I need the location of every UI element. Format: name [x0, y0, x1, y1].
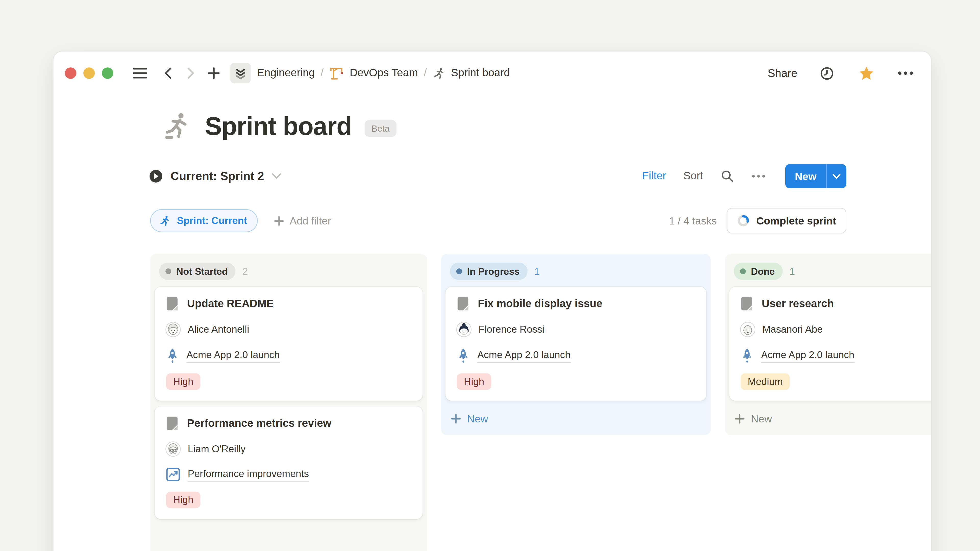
new-page-icon[interactable] — [204, 63, 224, 83]
close-window-icon[interactable] — [65, 67, 76, 79]
page-icon — [166, 297, 179, 311]
card-project-link[interactable]: Acme App 2.0 launch — [761, 349, 854, 362]
status-dot — [456, 268, 462, 274]
updates-clock-icon[interactable] — [816, 63, 837, 83]
column-count: 1 — [789, 265, 795, 277]
sprint-progress: 1 / 4 tasks Complete sprint — [669, 208, 846, 233]
topbar: Engineering / DevOps Team / Sprint board — [53, 52, 931, 90]
search-icon[interactable] — [721, 169, 735, 183]
zoom-window-icon[interactable] — [102, 67, 113, 79]
task-card[interactable]: Fix mobile display issue Florence Rossi — [445, 287, 706, 401]
breadcrumb-label: Engineering — [257, 67, 315, 79]
topbar-actions: Share — [768, 63, 916, 83]
back-icon[interactable] — [158, 63, 178, 83]
add-card-label: New — [751, 413, 772, 425]
add-filter-button[interactable]: Add filter — [274, 215, 331, 227]
beta-badge: Beta — [364, 120, 397, 137]
status-badge: In Progress — [450, 263, 527, 280]
status-label: Not Started — [177, 266, 228, 276]
page-runner-icon[interactable] — [163, 111, 192, 141]
minimize-window-icon[interactable] — [83, 67, 95, 79]
column-header[interactable]: In Progress 1 — [441, 254, 711, 287]
view-switcher[interactable]: Current: Sprint 2 — [149, 169, 281, 183]
teamspace-layers-icon[interactable] — [231, 63, 251, 83]
page-icon — [741, 297, 753, 311]
chevron-down-icon — [272, 173, 281, 179]
add-card-button[interactable]: New — [441, 407, 711, 435]
page-title[interactable]: Sprint board — [205, 112, 352, 140]
progress-donut-icon — [737, 214, 750, 227]
column-not-started: Not Started 2 Update README — [150, 254, 427, 551]
more-options-icon[interactable] — [895, 63, 916, 83]
breadcrumb-separator: / — [424, 67, 427, 79]
column-count: 2 — [242, 265, 248, 277]
kanban-board: Not Started 2 Update README — [150, 254, 931, 551]
sort-button[interactable]: Sort — [683, 170, 703, 183]
card-title: Performance metrics review — [187, 417, 331, 430]
view-toolbar: Current: Sprint 2 Filter Sort New — [149, 164, 846, 189]
column-header[interactable]: Done 1 — [725, 254, 931, 287]
page-icon — [166, 416, 179, 430]
complete-sprint-label: Complete sprint — [756, 215, 836, 227]
new-task-label: New — [785, 170, 826, 182]
app-window: Engineering / DevOps Team / Sprint board — [53, 52, 931, 551]
breadcrumb-item-devops-team[interactable]: DevOps Team — [329, 65, 418, 81]
card-assignee: Liam O'Reilly — [188, 443, 245, 455]
card-assignee: Alice Antonelli — [188, 324, 249, 335]
toolbar-actions: Filter Sort New — [642, 164, 846, 188]
card-title: Update README — [187, 297, 274, 310]
add-card-label: New — [467, 413, 488, 425]
sidebar-menu-icon[interactable] — [130, 63, 150, 83]
card-list: User research Masanori Abe — [725, 287, 931, 401]
add-filter-label: Add filter — [290, 215, 331, 227]
complete-sprint-button[interactable]: Complete sprint — [727, 208, 846, 233]
view-label: Current: Sprint 2 — [170, 169, 264, 183]
share-button[interactable]: Share — [768, 67, 797, 80]
plus-icon — [451, 414, 461, 424]
status-badge: Done — [734, 263, 783, 280]
runner-icon-blue — [159, 215, 171, 227]
screen: Engineering / DevOps Team / Sprint board — [0, 0, 980, 551]
priority-badge: High — [457, 373, 491, 390]
column-header[interactable]: Not Started 2 — [150, 254, 427, 287]
column-done: Done 1 User research — [725, 254, 931, 435]
task-card[interactable]: Update README Alice Antonelli — [155, 287, 423, 401]
card-project-link[interactable]: Acme App 2.0 launch — [186, 349, 280, 362]
forward-icon[interactable] — [181, 63, 201, 83]
breadcrumb: Engineering / DevOps Team / Sprint board — [257, 65, 510, 81]
card-project-link[interactable]: Acme App 2.0 launch — [477, 349, 570, 362]
view-more-icon[interactable] — [752, 174, 765, 178]
favorite-star-icon[interactable] — [856, 63, 877, 83]
runner-icon — [433, 67, 446, 80]
filter-bar: Sprint: Current Add filter 1 / 4 tasks C… — [150, 208, 846, 233]
page-header: Sprint board Beta — [163, 111, 846, 141]
avatar-masanori — [741, 322, 755, 337]
breadcrumb-label: Sprint board — [451, 67, 510, 79]
plus-icon — [735, 414, 745, 424]
new-task-button[interactable]: New — [785, 164, 846, 188]
priority-badge: High — [166, 373, 200, 390]
card-list: Fix mobile display issue Florence Rossi — [441, 287, 711, 401]
breadcrumb-item-engineering[interactable]: Engineering — [257, 67, 315, 79]
filter-button[interactable]: Filter — [642, 170, 666, 183]
task-card[interactable]: User research Masanori Abe — [729, 287, 931, 401]
breadcrumb-label: DevOps Team — [350, 67, 418, 79]
add-card-button[interactable]: New — [725, 407, 931, 435]
priority-badge: Medium — [741, 373, 790, 390]
column-in-progress: In Progress 1 Fix mobile display issue — [441, 254, 711, 435]
breadcrumb-item-sprint-board[interactable]: Sprint board — [433, 67, 510, 80]
sprint-filter-chip[interactable]: Sprint: Current — [150, 209, 258, 232]
status-label: Done — [751, 266, 775, 276]
window-controls — [65, 67, 113, 79]
sprint-filter-label: Sprint: Current — [177, 215, 247, 227]
new-task-dropdown-icon[interactable] — [827, 173, 846, 179]
avatar-liam — [166, 442, 180, 456]
card-assignee: Masanori Abe — [762, 324, 822, 335]
task-card[interactable]: Performance metrics review Liam O'Reilly — [155, 407, 423, 519]
plus-icon — [274, 216, 284, 225]
card-project-link[interactable]: Performance improvements — [188, 468, 309, 481]
status-badge: Not Started — [159, 263, 235, 280]
rocket-icon — [166, 348, 179, 363]
card-title: User research — [762, 297, 834, 310]
page-icon — [457, 297, 469, 311]
